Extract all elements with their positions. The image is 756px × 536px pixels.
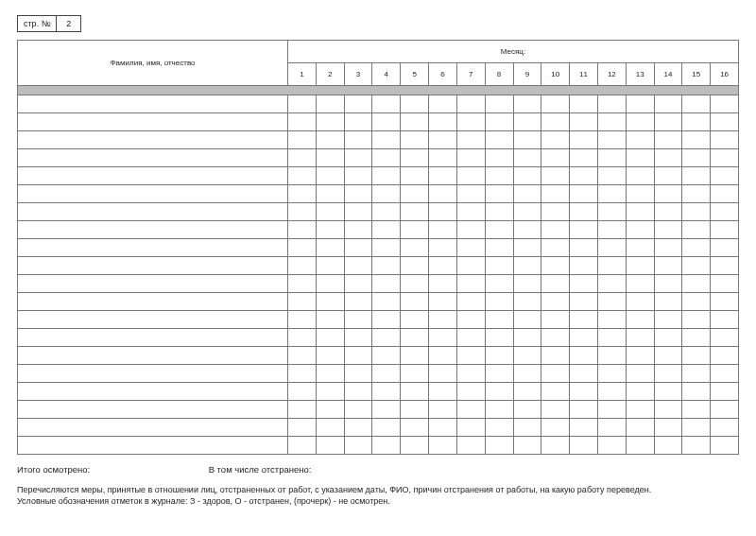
day-cell: [654, 293, 682, 311]
day-cell: [513, 167, 541, 185]
day-cell: [541, 221, 570, 239]
day-cell: [597, 203, 626, 221]
name-cell: [18, 419, 288, 437]
day-cell: [316, 167, 344, 185]
day-cell: [344, 419, 372, 437]
day-cell: [485, 203, 513, 221]
day-cell: [597, 383, 626, 401]
day-cell: [456, 239, 485, 257]
day-cell: [654, 257, 682, 275]
day-cell: [401, 95, 429, 113]
day-cell: [513, 275, 541, 293]
day-cell: [541, 329, 570, 347]
day-cell: [372, 383, 401, 401]
day-cell: [344, 383, 372, 401]
day-cell: [513, 131, 541, 149]
day-cell: [513, 365, 541, 383]
table-row: [18, 239, 739, 257]
day-cell: [429, 185, 457, 203]
day-cell: [597, 275, 626, 293]
day-cell: [541, 401, 570, 419]
day-cell: [288, 131, 317, 149]
col-header-day: 2: [316, 63, 344, 86]
attendance-table: Фамилия, имя, отчество Месяц: 1234567891…: [17, 40, 739, 455]
day-cell: [654, 113, 682, 131]
day-cell: [513, 437, 541, 455]
day-cell: [626, 131, 654, 149]
day-cell: [513, 293, 541, 311]
day-cell: [485, 311, 513, 329]
day-cell: [570, 95, 598, 113]
day-cell: [372, 221, 401, 239]
day-cell: [316, 293, 344, 311]
separator-cell: [18, 86, 739, 95]
table-row: [18, 347, 739, 365]
day-cell: [654, 149, 682, 167]
day-cell: [597, 257, 626, 275]
day-cell: [541, 113, 570, 131]
day-cell: [513, 221, 541, 239]
day-cell: [344, 167, 372, 185]
col-header-day: 4: [372, 63, 401, 86]
day-cell: [316, 311, 344, 329]
day-cell: [456, 293, 485, 311]
day-cell: [513, 239, 541, 257]
col-header-day: 7: [456, 63, 485, 86]
day-cell: [429, 149, 457, 167]
name-cell: [18, 275, 288, 293]
page-number: 2: [57, 16, 80, 31]
day-cell: [541, 275, 570, 293]
day-cell: [485, 293, 513, 311]
col-header-name: Фамилия, имя, отчество: [18, 41, 288, 86]
day-cell: [711, 437, 739, 455]
day-cell: [682, 437, 711, 455]
day-cell: [654, 383, 682, 401]
day-cell: [456, 329, 485, 347]
day-cell: [485, 95, 513, 113]
day-cell: [401, 419, 429, 437]
day-cell: [401, 293, 429, 311]
table-row: [18, 131, 739, 149]
table-row: [18, 113, 739, 131]
day-cell: [570, 113, 598, 131]
day-cell: [597, 131, 626, 149]
day-cell: [485, 239, 513, 257]
day-cell: [597, 221, 626, 239]
day-cell: [429, 401, 457, 419]
day-cell: [429, 239, 457, 257]
day-cell: [429, 383, 457, 401]
day-cell: [372, 239, 401, 257]
day-cell: [401, 221, 429, 239]
table-row: [18, 275, 739, 293]
day-cell: [401, 347, 429, 365]
day-cell: [429, 419, 457, 437]
day-cell: [570, 401, 598, 419]
day-cell: [372, 401, 401, 419]
day-cell: [429, 221, 457, 239]
day-cell: [344, 203, 372, 221]
name-cell: [18, 149, 288, 167]
day-cell: [711, 185, 739, 203]
day-cell: [401, 239, 429, 257]
day-cell: [513, 185, 541, 203]
day-cell: [288, 275, 317, 293]
day-cell: [316, 437, 344, 455]
day-cell: [372, 293, 401, 311]
day-cell: [570, 149, 598, 167]
day-cell: [344, 221, 372, 239]
day-cell: [541, 293, 570, 311]
day-cell: [429, 329, 457, 347]
day-cell: [344, 293, 372, 311]
day-cell: [401, 437, 429, 455]
name-cell: [18, 131, 288, 149]
day-cell: [429, 293, 457, 311]
day-cell: [429, 275, 457, 293]
table-row: [18, 401, 739, 419]
page-number-box: стр. № 2: [17, 15, 81, 32]
table-row: [18, 221, 739, 239]
day-cell: [541, 419, 570, 437]
day-cell: [682, 131, 711, 149]
name-cell: [18, 203, 288, 221]
day-cell: [626, 149, 654, 167]
day-cell: [541, 383, 570, 401]
